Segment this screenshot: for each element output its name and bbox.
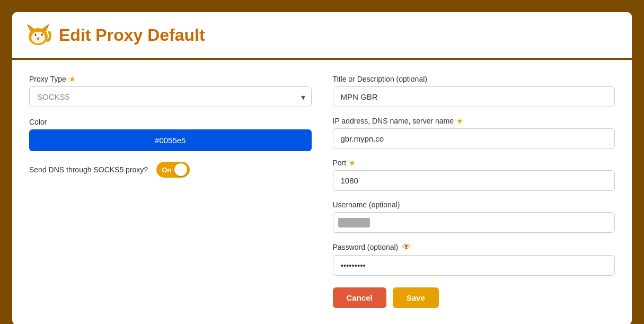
port-input[interactable] xyxy=(333,170,615,191)
username-field: Username (optional) xyxy=(333,200,615,233)
password-label: Password (optional) 👁 xyxy=(333,242,615,252)
toggle-knob xyxy=(174,163,187,176)
edit-proxy-card: Edit Proxy Default Proxy Type ★ SOCKS5 H… xyxy=(11,11,633,324)
port-required-icon: ★ xyxy=(349,159,356,167)
svg-point-8 xyxy=(35,34,37,36)
username-masked-overlay xyxy=(338,218,370,227)
right-column: Title or Description (optional) IP addre… xyxy=(333,75,615,308)
ip-address-input[interactable] xyxy=(333,128,615,149)
form-buttons: Cancel Save xyxy=(333,287,615,308)
left-column: Proxy Type ★ SOCKS5 HTTP HTTPS SOCKS4 ▾ … xyxy=(29,75,312,308)
save-button[interactable]: Save xyxy=(393,287,439,308)
title-description-input[interactable] xyxy=(333,86,615,107)
title-description-field: Title or Description (optional) xyxy=(333,75,615,107)
ip-address-field: IP address, DNS name, server name ★ xyxy=(333,117,615,149)
svg-point-9 xyxy=(41,34,43,36)
send-dns-toggle[interactable]: On xyxy=(156,162,190,178)
send-dns-label: Send DNS through SOCKS5 proxy? xyxy=(29,165,148,174)
password-input[interactable] xyxy=(333,255,615,276)
form-body: Proxy Type ★ SOCKS5 HTTP HTTPS SOCKS4 ▾ … xyxy=(12,60,632,324)
send-dns-row: Send DNS through SOCKS5 proxy? On xyxy=(29,162,312,178)
port-field: Port ★ xyxy=(333,159,615,191)
port-label: Port ★ xyxy=(333,159,615,167)
eye-icon[interactable]: 👁 xyxy=(402,242,411,252)
color-button[interactable]: #0055e5 xyxy=(29,129,312,151)
password-field: Password (optional) 👁 xyxy=(333,242,615,276)
header: Edit Proxy Default xyxy=(12,12,632,60)
proxy-type-field: Proxy Type ★ SOCKS5 HTTP HTTPS SOCKS4 ▾ xyxy=(29,75,312,107)
username-input-wrapper xyxy=(333,212,615,233)
proxy-type-label: Proxy Type ★ xyxy=(29,75,312,83)
title-description-label: Title or Description (optional) xyxy=(333,75,615,83)
proxy-type-select-wrapper: SOCKS5 HTTP HTTPS SOCKS4 ▾ xyxy=(29,86,312,107)
toggle-on-label: On xyxy=(162,166,171,174)
cancel-button[interactable]: Cancel xyxy=(333,287,386,308)
username-input[interactable] xyxy=(333,212,615,233)
fox-logo-icon xyxy=(25,22,51,48)
color-field: Color #0055e5 xyxy=(29,118,312,151)
page-title: Edit Proxy Default xyxy=(59,25,205,45)
ip-address-label: IP address, DNS name, server name ★ xyxy=(333,117,615,125)
proxy-type-required-icon: ★ xyxy=(69,75,76,83)
proxy-type-select[interactable]: SOCKS5 HTTP HTTPS SOCKS4 xyxy=(29,86,312,107)
username-label: Username (optional) xyxy=(333,200,615,209)
ip-required-icon: ★ xyxy=(456,117,463,125)
svg-point-10 xyxy=(37,38,39,39)
color-label: Color xyxy=(29,118,312,126)
